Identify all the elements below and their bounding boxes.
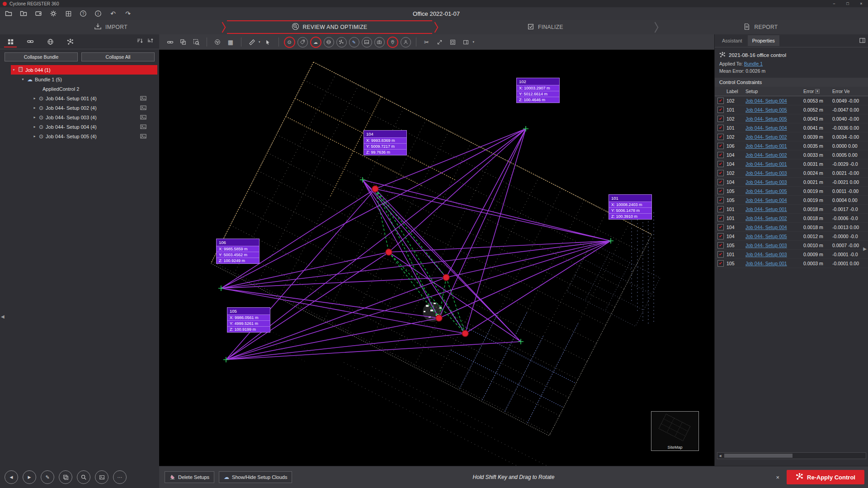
- constraint-checkbox[interactable]: ✔: [717, 179, 724, 185]
- tree-setup-row[interactable]: ▸ ⊙ Job 044- Setup 001 (4): [0, 94, 159, 103]
- overlap-icon[interactable]: [178, 37, 189, 47]
- constraint-setup-link[interactable]: Job 044- Setup 004: [745, 125, 787, 131]
- constraint-checkbox[interactable]: ✔: [717, 224, 724, 230]
- error-sort-caret-icon[interactable]: ▾: [815, 89, 820, 94]
- constraint-setup-link[interactable]: Job 044- Setup 003: [745, 179, 787, 185]
- tab-finalize[interactable]: FINALIZE: [437, 20, 653, 34]
- header-label[interactable]: Label: [726, 89, 745, 94]
- header-setup[interactable]: Setup: [745, 89, 803, 94]
- collapse-right-panel-handle[interactable]: ▶: [863, 246, 867, 251]
- constraint-checkbox[interactable]: ✔: [717, 206, 724, 212]
- report-grid-icon[interactable]: [64, 9, 72, 18]
- tab-bundles[interactable]: [65, 36, 75, 47]
- collapse-caret-icon[interactable]: ▾: [12, 68, 16, 72]
- show-hide-setup-clouds-button[interactable]: ☁ Show/Hide Setup Clouds: [219, 471, 292, 483]
- control-label-105[interactable]: 105 X: 9986.0561 m Y: 4999.5261 m Z: 100…: [227, 307, 270, 333]
- add-bundle-tool[interactable]: [336, 37, 347, 47]
- constraint-row[interactable]: ✔ 105 Job 044- Setup 004 0.0019 m 0.0004…: [715, 196, 868, 205]
- add-location-tool[interactable]: [387, 37, 398, 48]
- constraint-row[interactable]: ✔ 104 Job 044- Setup 001 0.0031 m -0.002…: [715, 160, 868, 169]
- play-button[interactable]: ▶: [23, 470, 36, 484]
- tab-links[interactable]: [25, 36, 35, 47]
- constraint-row[interactable]: ✔ 106 Job 044- Setup 001 0.0035 m 0.0000…: [715, 141, 868, 150]
- duplicate-button[interactable]: [59, 470, 72, 484]
- import-folder-icon[interactable]: [19, 9, 28, 18]
- constraint-setup-link[interactable]: Job 044- Setup 003: [745, 243, 787, 248]
- sort-descending-icon[interactable]: [147, 38, 154, 46]
- collapse-left-panel-handle[interactable]: ◀: [1, 314, 5, 319]
- help-icon[interactable]: ?: [79, 9, 87, 18]
- constraint-row[interactable]: ✔ 104 Job 044- Setup 005 0.0012 m -0.000…: [715, 232, 868, 241]
- frame-icon[interactable]: [448, 37, 458, 47]
- expand-caret-icon[interactable]: ▸: [33, 125, 37, 129]
- constraint-checkbox[interactable]: ✔: [717, 152, 724, 158]
- constraint-checkbox[interactable]: ✔: [717, 116, 724, 122]
- tab-assistant[interactable]: Assistant: [717, 35, 747, 46]
- tab-web-maps[interactable]: [45, 36, 55, 47]
- setup-image-chip-icon[interactable]: [140, 96, 146, 101]
- constraint-setup-link[interactable]: Job 044- Setup 003: [745, 170, 787, 176]
- point-cloud-canvas[interactable]: 102 X: 10003.2907 m Y: 5012.6614 m Z: 10…: [159, 50, 714, 466]
- constraint-setup-link[interactable]: Job 044- Setup 001: [745, 206, 787, 212]
- scrollbar-thumb[interactable]: [724, 454, 793, 458]
- constraint-checkbox[interactable]: ✔: [717, 215, 724, 221]
- constraint-setup-link[interactable]: Job 044- Setup 005: [745, 188, 787, 194]
- expand-caret-icon[interactable]: ▸: [33, 96, 37, 100]
- add-sphere-tool[interactable]: [324, 37, 334, 47]
- constraint-row[interactable]: ✔ 104 Job 044- Setup 004 0.0018 m -0.001…: [715, 223, 868, 232]
- constraint-setup-link[interactable]: Job 044- Setup 004: [745, 225, 787, 230]
- tab-properties[interactable]: Properties: [748, 35, 779, 46]
- constraint-checkbox[interactable]: ✔: [717, 134, 724, 140]
- constraint-row[interactable]: ✔ 101 Job 044- Setup 003 0.0009 m -0.000…: [715, 250, 868, 259]
- settings-gear-icon[interactable]: [49, 9, 57, 18]
- tree-setup-row[interactable]: ▸ ⊙ Job 044- Setup 003 (4): [0, 113, 159, 122]
- measure-icon[interactable]: [246, 37, 257, 47]
- tree-setup-row[interactable]: ▸ ⊙ Job 044- Setup 002 (4): [0, 103, 159, 113]
- tree-bundle-row[interactable]: ▾ ☁ Bundle 1 (5): [0, 75, 159, 84]
- constraint-row[interactable]: ✔ 102 Job 044- Setup 002 0.0039 m 0.0034…: [715, 132, 868, 141]
- constraint-setup-link[interactable]: Job 044- Setup 002: [745, 216, 787, 221]
- tree-setup-row[interactable]: ▸ ⊙ Job 044- Setup 005 (4): [0, 131, 159, 141]
- point-cloud-display-icon[interactable]: [212, 37, 223, 47]
- header-error-vector[interactable]: Error Ve: [832, 89, 868, 94]
- expand-caret-icon[interactable]: ▸: [33, 115, 37, 119]
- panel-layout-icon[interactable]: [859, 37, 866, 45]
- tree-applied-control-row[interactable]: AppliedControl 2: [0, 84, 159, 94]
- constraint-row[interactable]: ✔ 101 Job 044- Setup 005 0.0052 m -0.004…: [715, 105, 868, 114]
- constraint-checkbox[interactable]: ✔: [717, 197, 724, 203]
- redo-icon[interactable]: ↷: [124, 9, 132, 18]
- constraint-setup-link[interactable]: Job 044- Setup 001: [745, 143, 787, 149]
- constraint-checkbox[interactable]: ✔: [717, 143, 724, 149]
- dismiss-hint-button[interactable]: ×: [776, 474, 779, 481]
- header-error[interactable]: Error: [803, 89, 814, 94]
- constraint-checkbox[interactable]: ✔: [717, 170, 724, 176]
- maximize-button[interactable]: □: [841, 1, 854, 6]
- more-options-button[interactable]: ⋯: [113, 470, 127, 484]
- close-button[interactable]: ×: [854, 1, 868, 6]
- constraint-checkbox[interactable]: ✔: [717, 107, 724, 113]
- storage-icon[interactable]: [34, 9, 42, 18]
- constraint-row[interactable]: ✔ 102 Job 044- Setup 003 0.0024 m 0.0021…: [715, 169, 868, 178]
- control-label-101[interactable]: 101 X: 10008.2403 m Y: 5006.1478 m Z: 10…: [609, 194, 652, 220]
- open-folder-icon[interactable]: [5, 9, 13, 18]
- setup-image-chip-icon[interactable]: [140, 115, 146, 120]
- minimize-button[interactable]: −: [827, 1, 841, 6]
- tree-setup-row[interactable]: ▸ ⊙ Job 044- Setup 004 (4): [0, 122, 159, 131]
- add-camera-tool[interactable]: [374, 37, 385, 47]
- constraint-setup-link[interactable]: Job 044- Setup 005: [745, 116, 787, 122]
- delete-setups-button[interactable]: Delete Setups: [165, 471, 214, 483]
- constraint-setup-link[interactable]: Job 044- Setup 005: [745, 234, 787, 239]
- cut-tool-icon[interactable]: ✂: [421, 37, 432, 47]
- select-cursor-icon[interactable]: [263, 37, 274, 47]
- constraint-row[interactable]: ✔ 105 Job 044- Setup 003 0.0010 m 0.0007…: [715, 241, 868, 250]
- add-image-tool[interactable]: [362, 37, 372, 47]
- tab-report[interactable]: REPORT: [653, 20, 868, 34]
- collapse-all-button[interactable]: Collapse All: [81, 52, 155, 61]
- constraint-checkbox[interactable]: ✔: [717, 251, 724, 258]
- constraint-setup-link[interactable]: Job 044- Setup 002: [745, 134, 787, 140]
- constraint-setup-link[interactable]: Job 044- Setup 001: [745, 261, 787, 266]
- constraint-setup-link[interactable]: Job 044- Setup 005: [745, 107, 787, 113]
- horizontal-scrollbar[interactable]: ◀ ▶: [717, 452, 866, 459]
- add-cloud-tool[interactable]: ☁: [310, 37, 321, 48]
- constraint-setup-link[interactable]: Job 044- Setup 002: [745, 152, 787, 158]
